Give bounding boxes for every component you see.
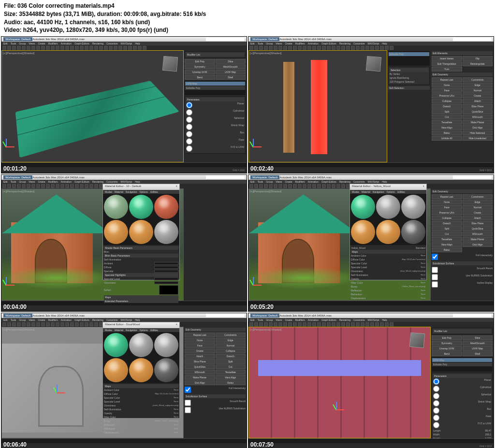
material-editor[interactable]: Material Editor - DoorWood× ModesMateria… bbox=[102, 322, 180, 419]
viewport-perspective[interactable]: [+][Perspective][Shaded] bbox=[1, 50, 184, 162]
menu-views[interactable]: Views bbox=[29, 180, 35, 183]
menu-graph editors[interactable]: Graph Editors bbox=[74, 42, 89, 45]
close-icon[interactable]: × bbox=[175, 323, 177, 328]
tool-icon[interactable] bbox=[264, 322, 268, 326]
menu-modifiers[interactable]: Modifiers bbox=[48, 318, 58, 321]
menu-help[interactable]: Help bbox=[382, 318, 387, 321]
tool-icon[interactable] bbox=[274, 322, 277, 326]
tool-icon[interactable] bbox=[65, 46, 69, 50]
tool-icon[interactable] bbox=[298, 46, 302, 50]
tool-icon[interactable] bbox=[118, 46, 122, 50]
tool-icon[interactable] bbox=[22, 46, 26, 50]
tool-icon[interactable] bbox=[317, 184, 321, 188]
tool-icon[interactable] bbox=[65, 184, 69, 188]
menu-rendering[interactable]: Rendering bbox=[92, 318, 103, 321]
tool-icon[interactable] bbox=[7, 46, 11, 50]
menu-modifiers[interactable]: Modifiers bbox=[48, 180, 58, 183]
tool-icon[interactable] bbox=[27, 184, 30, 188]
tool-icon[interactable] bbox=[85, 322, 88, 326]
tool-icon[interactable] bbox=[80, 184, 84, 188]
menu-rendering[interactable]: Rendering bbox=[339, 42, 350, 45]
tool-icon[interactable] bbox=[31, 184, 35, 188]
tool-icon[interactable] bbox=[36, 46, 40, 50]
menu-tools[interactable]: Tools bbox=[11, 42, 16, 45]
menu-customize[interactable]: Customize bbox=[353, 180, 365, 183]
viewport-label[interactable]: [+][Perspective][Shaded] bbox=[250, 52, 282, 55]
tool-icon[interactable] bbox=[317, 322, 321, 326]
tool-icon[interactable] bbox=[7, 184, 11, 188]
full-interactivity-checkbox[interactable] bbox=[185, 387, 191, 393]
modifier-stack[interactable]: UVW Map Editable Poly bbox=[185, 81, 246, 95]
tool-icon[interactable] bbox=[94, 322, 98, 326]
menu-group[interactable]: Group bbox=[266, 318, 273, 321]
menu-views[interactable]: Views bbox=[29, 42, 35, 45]
material-editor[interactable]: Material Editor - 10 - Default× ModesMat… bbox=[102, 184, 180, 280]
mesh-pillar-red-selected[interactable] bbox=[311, 60, 327, 154]
tool-icon[interactable] bbox=[322, 46, 326, 50]
menu-maxscript[interactable]: MAXScript bbox=[368, 180, 379, 183]
uvw-gizmo[interactable] bbox=[258, 360, 422, 376]
mat-slot-1[interactable] bbox=[351, 195, 375, 219]
tool-icon[interactable] bbox=[293, 322, 297, 326]
mat-slot-1[interactable] bbox=[104, 333, 128, 357]
tool-icon[interactable] bbox=[143, 46, 146, 50]
menu-help[interactable]: Help bbox=[382, 42, 387, 45]
tool-icon[interactable] bbox=[283, 184, 287, 188]
menu-help[interactable]: Help bbox=[382, 180, 387, 183]
tool-icon[interactable] bbox=[380, 322, 384, 326]
menu-group[interactable]: Group bbox=[19, 318, 26, 321]
tool-icon[interactable] bbox=[307, 322, 311, 326]
tool-icon[interactable] bbox=[390, 46, 393, 50]
tool-icon[interactable] bbox=[133, 46, 137, 50]
tool-icon[interactable] bbox=[288, 322, 292, 326]
tool-icon[interactable] bbox=[75, 184, 79, 188]
tool-icon[interactable] bbox=[346, 46, 350, 50]
shader-params[interactable]: Shader Basic Parameters bbox=[104, 246, 178, 250]
tool-icon[interactable] bbox=[351, 46, 355, 50]
menu-graph editors[interactable]: Graph Editors bbox=[321, 318, 336, 321]
tool-icon[interactable] bbox=[375, 46, 379, 50]
tool-icon[interactable] bbox=[31, 46, 35, 50]
menu-maxscript[interactable]: MAXScript bbox=[121, 180, 132, 183]
modifier-list-header[interactable]: Modifier List bbox=[186, 53, 244, 57]
tool-icon[interactable] bbox=[341, 184, 345, 188]
tool-icon[interactable] bbox=[17, 322, 21, 326]
menu-edit[interactable]: Edit bbox=[3, 318, 8, 321]
tool-icon[interactable] bbox=[269, 322, 273, 326]
tool-icon[interactable] bbox=[12, 322, 16, 326]
menu-modifiers[interactable]: Modifiers bbox=[295, 180, 305, 183]
tool-icon[interactable] bbox=[259, 184, 263, 188]
tool-icon[interactable] bbox=[114, 46, 117, 50]
mesh-plank[interactable] bbox=[15, 81, 179, 158]
blinn-params[interactable]: Blinn Basic Parameters bbox=[104, 254, 178, 258]
tool-icon[interactable] bbox=[60, 184, 64, 188]
menu-edit[interactable]: Edit bbox=[250, 318, 255, 321]
tool-icon[interactable] bbox=[336, 46, 340, 50]
menu-animation[interactable]: Animation bbox=[61, 318, 72, 321]
parameters-header[interactable]: Parameters bbox=[186, 98, 244, 101]
tool-icon[interactable] bbox=[70, 322, 74, 326]
tool-icon[interactable] bbox=[128, 46, 132, 50]
menu-graph editors[interactable]: Graph Editors bbox=[74, 318, 89, 321]
menu-graph editors[interactable]: Graph Editors bbox=[74, 180, 89, 183]
tool-icon[interactable] bbox=[65, 322, 69, 326]
tool-icon[interactable] bbox=[89, 184, 93, 188]
tool-icon[interactable] bbox=[46, 46, 50, 50]
viewport-perspective[interactable]: [+][Perspective][Shaded] bbox=[248, 327, 431, 439]
edit-geometry[interactable]: Edit Geometry bbox=[185, 328, 246, 332]
tool-icon[interactable] bbox=[56, 184, 59, 188]
tool-icon[interactable] bbox=[269, 46, 273, 50]
tool-icon[interactable] bbox=[138, 46, 142, 50]
command-panel[interactable]: Modifier List Edit PolySliceSymmetryMesh… bbox=[184, 50, 247, 162]
tool-icon[interactable] bbox=[89, 322, 93, 326]
tool-icon[interactable] bbox=[332, 46, 335, 50]
mat-slot-5[interactable] bbox=[129, 220, 153, 244]
menu-animation[interactable]: Animation bbox=[61, 42, 72, 45]
tool-icon[interactable] bbox=[298, 322, 302, 326]
menu-edit[interactable]: Edit bbox=[3, 42, 8, 45]
tool-icon[interactable] bbox=[317, 46, 321, 50]
tool-icon[interactable] bbox=[12, 46, 16, 50]
menu-tools[interactable]: Tools bbox=[11, 180, 16, 183]
tool-icon[interactable] bbox=[249, 46, 253, 50]
tool-icon[interactable] bbox=[336, 184, 340, 188]
